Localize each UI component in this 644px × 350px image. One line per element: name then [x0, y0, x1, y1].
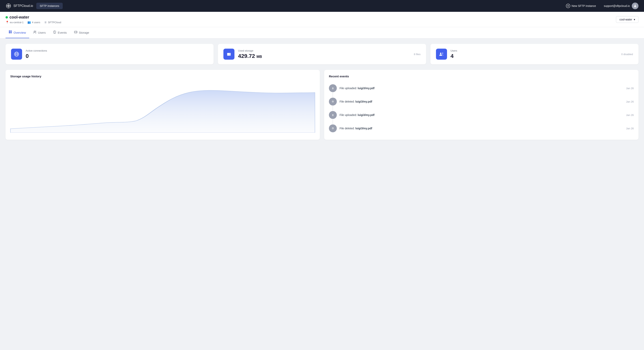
storage-value: 429.72 MB — [238, 53, 410, 59]
connections-value: 0 — [26, 53, 208, 59]
tab-events-label: Events — [58, 31, 67, 34]
location-icon: 📍 — [6, 21, 9, 24]
svg-rect-23 — [227, 53, 231, 54]
users-disabled: 0 disabled — [621, 53, 633, 56]
upload-icon-2 — [331, 113, 334, 117]
storage-info: Used storage 429.72 MB — [238, 49, 410, 59]
storage-icon: 🖥 — [44, 21, 47, 24]
users-group-icon — [439, 51, 444, 57]
meta-users: 👥 4 users — [28, 21, 40, 24]
tab-nav: Overview Users Events — [0, 27, 644, 38]
instance-selector-button[interactable]: cool-water ▾ — [616, 16, 638, 23]
main-content: Active connections 0 Used storage 429.72… — [0, 38, 644, 145]
status-dot — [6, 16, 8, 18]
recent-events-card: Recent events File uploaded: luigi3/my.p… — [324, 70, 638, 140]
instance-title: cool-water — [6, 15, 61, 19]
delete-icon-circle-1 — [329, 98, 337, 106]
logo-icon — [6, 3, 12, 9]
users-label: Users — [450, 49, 618, 52]
event-date-1: Jan 26 — [626, 100, 634, 103]
event-text-3: File deleted: luigi3/my.pdf — [340, 127, 623, 130]
new-instance-label: New SFTP instance — [572, 4, 596, 7]
svg-rect-7 — [10, 30, 12, 32]
event-date-3: Jan 26 — [626, 127, 634, 130]
delete-icon-circle-3 — [329, 124, 337, 132]
users-icon: 👥 — [28, 21, 31, 24]
connections-label: Active connections — [26, 49, 208, 52]
header: SFTPCloud.io SFTP instances New SFTP ins… — [0, 0, 644, 12]
stats-row: Active connections 0 Used storage 429.72… — [6, 44, 638, 64]
event-item-3: File deleted: luigi3/my.pdf Jan 26 — [329, 122, 634, 135]
meta-region: 📍 eu-central-1 — [6, 21, 24, 24]
user-avatar-icon — [633, 4, 637, 8]
trash-icon-2 — [331, 127, 334, 130]
svg-rect-8 — [9, 32, 10, 33]
connections-info: Active connections 0 — [26, 49, 208, 59]
svg-rect-6 — [9, 30, 10, 32]
tab-events[interactable]: Events — [50, 27, 70, 38]
storage-label: Used storage — [238, 49, 410, 52]
stat-storage: Used storage 429.72 MB 8 files — [218, 44, 426, 64]
trash-icon — [331, 100, 334, 103]
tab-overview-label: Overview — [14, 31, 26, 34]
svg-point-10 — [34, 31, 35, 32]
upload-icon-circle-2 — [329, 111, 337, 119]
event-date-0: Jan 26 — [626, 87, 634, 90]
storage-chart — [10, 81, 315, 133]
svg-point-24 — [230, 53, 230, 54]
svg-point-18 — [76, 32, 77, 33]
storage-files: 8 files — [414, 53, 420, 56]
overview-icon — [9, 30, 12, 35]
storage-history-card: Storage usage history — [6, 70, 320, 140]
svg-point-27 — [442, 53, 443, 54]
upload-icon-circle-0 — [329, 84, 337, 92]
users-icon-box — [436, 49, 447, 60]
plus-circle-icon — [566, 4, 570, 8]
bottom-row: Storage usage history Recent events — [6, 70, 638, 140]
tab-users[interactable]: Users — [30, 27, 49, 38]
svg-point-26 — [440, 53, 441, 54]
event-date-2: Jan 26 — [626, 114, 634, 117]
user-email: support@sftpcloud.io — [604, 4, 630, 7]
svg-point-11 — [35, 31, 36, 32]
storage-history-title: Storage usage history — [10, 75, 315, 78]
event-text-2: File uploaded: luigi3/my.pdf — [340, 113, 623, 117]
tab-storage[interactable]: Storage — [71, 27, 92, 38]
users-tab-icon — [33, 30, 37, 35]
connections-icon-box — [11, 49, 22, 60]
meta-storage: 🖥 SFTPCloud — [44, 21, 61, 24]
upload-icon — [331, 86, 334, 90]
instance-bar: cool-water 📍 eu-central-1 👥 4 users 🖥 SF… — [0, 12, 644, 27]
instance-selector-wrapper: cool-water ▾ — [616, 16, 638, 23]
svg-point-5 — [634, 5, 636, 6]
storage-icon-box — [224, 49, 234, 60]
svg-point-25 — [230, 55, 230, 55]
tab-overview[interactable]: Overview — [6, 27, 29, 38]
event-item-1: File deleted: luigi3/my.pdf Jan 26 — [329, 95, 634, 108]
event-text-1: File deleted: luigi3/my.pdf — [340, 100, 623, 103]
sftp-instances-button[interactable]: SFTP instances — [36, 3, 63, 9]
tab-users-label: Users — [38, 31, 46, 34]
storage-bucket-icon — [226, 51, 232, 57]
recent-events-title: Recent events — [329, 75, 634, 78]
event-item-2: File uploaded: luigi3/my.pdf Jan 26 — [329, 108, 634, 122]
storage-chart-svg — [10, 81, 315, 133]
stat-connections: Active connections 0 — [6, 44, 214, 64]
svg-rect-9 — [10, 32, 12, 33]
stat-users: Users 4 0 disabled — [430, 44, 638, 64]
avatar[interactable] — [632, 2, 638, 9]
new-sftp-instance-button[interactable]: New SFTP instance — [566, 4, 596, 8]
tab-storage-label: Storage — [79, 31, 89, 34]
storage-tab-icon — [74, 30, 78, 35]
user-info: support@sftpcloud.io — [604, 2, 638, 9]
logo: SFTPCloud.io — [6, 3, 33, 9]
globe-icon — [14, 51, 19, 57]
instance-meta: 📍 eu-central-1 👥 4 users 🖥 SFTPCloud — [6, 21, 61, 24]
svg-point-32 — [331, 127, 334, 130]
svg-point-29 — [331, 100, 334, 103]
event-text-0: File uploaded: luigi3/my.pdf — [340, 87, 623, 90]
chevron-down-icon: ▾ — [634, 18, 635, 21]
instance-name: cool-water — [10, 15, 29, 19]
events-tab-icon — [53, 30, 56, 35]
users-info: Users 4 — [450, 49, 618, 59]
